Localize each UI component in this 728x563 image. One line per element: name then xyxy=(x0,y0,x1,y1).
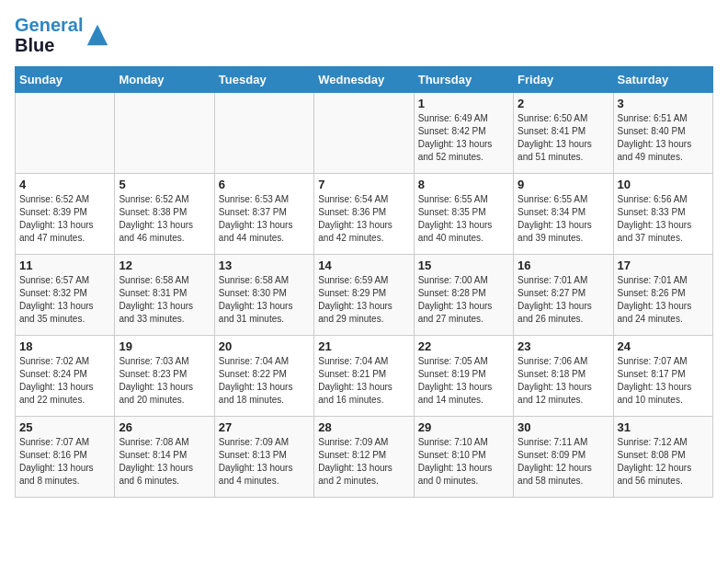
calendar-cell xyxy=(214,93,313,174)
day-info: Sunrise: 7:09 AM Sunset: 8:13 PM Dayligh… xyxy=(219,436,310,488)
day-info: Sunrise: 7:09 AM Sunset: 8:12 PM Dayligh… xyxy=(318,436,409,488)
calendar-week: 4Sunrise: 6:52 AM Sunset: 8:39 PM Daylig… xyxy=(16,174,713,255)
day-number: 2 xyxy=(518,97,609,110)
day-number: 21 xyxy=(318,339,409,353)
calendar-cell: 5Sunrise: 6:52 AM Sunset: 8:38 PM Daylig… xyxy=(115,174,214,255)
day-number: 14 xyxy=(318,259,409,272)
calendar-cell xyxy=(16,93,115,174)
day-number: 7 xyxy=(318,178,409,191)
calendar-cell: 28Sunrise: 7:09 AM Sunset: 8:12 PM Dayli… xyxy=(314,417,414,498)
day-number: 4 xyxy=(19,178,110,191)
day-number: 20 xyxy=(219,339,310,353)
day-info: Sunrise: 6:56 AM Sunset: 8:33 PM Dayligh… xyxy=(618,193,709,245)
calendar-cell: 3Sunrise: 6:51 AM Sunset: 8:40 PM Daylig… xyxy=(613,93,712,174)
calendar-cell: 8Sunrise: 6:55 AM Sunset: 8:35 PM Daylig… xyxy=(414,174,513,255)
day-number: 29 xyxy=(418,420,509,434)
day-info: Sunrise: 7:03 AM Sunset: 8:23 PM Dayligh… xyxy=(119,355,210,407)
header-day: Tuesday xyxy=(214,67,313,93)
day-number: 24 xyxy=(618,339,709,353)
day-number: 17 xyxy=(618,259,709,272)
day-number: 15 xyxy=(418,259,509,272)
calendar-cell: 24Sunrise: 7:07 AM Sunset: 8:17 PM Dayli… xyxy=(613,336,712,417)
header-day: Sunday xyxy=(16,67,115,93)
calendar-table: SundayMondayTuesdayWednesdayThursdayFrid… xyxy=(15,66,713,498)
day-info: Sunrise: 7:07 AM Sunset: 8:17 PM Dayligh… xyxy=(618,355,709,407)
day-info: Sunrise: 6:49 AM Sunset: 8:42 PM Dayligh… xyxy=(418,112,509,164)
day-info: Sunrise: 6:55 AM Sunset: 8:35 PM Dayligh… xyxy=(418,193,509,245)
calendar-cell: 12Sunrise: 6:58 AM Sunset: 8:31 PM Dayli… xyxy=(115,255,214,336)
calendar-cell: 1Sunrise: 6:49 AM Sunset: 8:42 PM Daylig… xyxy=(414,93,513,174)
day-info: Sunrise: 6:51 AM Sunset: 8:40 PM Dayligh… xyxy=(618,112,709,164)
day-number: 11 xyxy=(19,259,110,272)
calendar-body: 1Sunrise: 6:49 AM Sunset: 8:42 PM Daylig… xyxy=(16,93,713,498)
calendar-cell: 6Sunrise: 6:53 AM Sunset: 8:37 PM Daylig… xyxy=(214,174,313,255)
calendar-header: SundayMondayTuesdayWednesdayThursdayFrid… xyxy=(16,67,713,93)
day-number: 6 xyxy=(219,178,310,191)
day-number: 5 xyxy=(119,178,210,191)
day-number: 23 xyxy=(518,339,609,353)
calendar-cell: 14Sunrise: 6:59 AM Sunset: 8:29 PM Dayli… xyxy=(314,255,414,336)
day-info: Sunrise: 7:04 AM Sunset: 8:22 PM Dayligh… xyxy=(219,355,310,407)
calendar-cell: 16Sunrise: 7:01 AM Sunset: 8:27 PM Dayli… xyxy=(514,255,613,336)
day-number: 12 xyxy=(119,259,210,272)
calendar-week: 25Sunrise: 7:07 AM Sunset: 8:16 PM Dayli… xyxy=(16,417,713,498)
header-day: Wednesday xyxy=(314,67,414,93)
calendar-cell: 2Sunrise: 6:50 AM Sunset: 8:41 PM Daylig… xyxy=(514,93,613,174)
calendar-cell: 15Sunrise: 7:00 AM Sunset: 8:28 PM Dayli… xyxy=(414,255,513,336)
calendar-week: 18Sunrise: 7:02 AM Sunset: 8:24 PM Dayli… xyxy=(16,336,713,417)
day-info: Sunrise: 7:11 AM Sunset: 8:09 PM Dayligh… xyxy=(518,436,609,488)
logo-icon xyxy=(85,22,110,48)
day-number: 26 xyxy=(119,420,210,434)
day-number: 10 xyxy=(618,178,709,191)
day-info: Sunrise: 7:06 AM Sunset: 8:18 PM Dayligh… xyxy=(518,355,609,407)
day-info: Sunrise: 6:58 AM Sunset: 8:30 PM Dayligh… xyxy=(219,274,310,326)
day-number: 13 xyxy=(219,259,310,272)
calendar-cell: 31Sunrise: 7:12 AM Sunset: 8:08 PM Dayli… xyxy=(613,417,712,498)
day-number: 27 xyxy=(219,420,310,434)
calendar-cell: 13Sunrise: 6:58 AM Sunset: 8:30 PM Dayli… xyxy=(214,255,313,336)
day-info: Sunrise: 7:08 AM Sunset: 8:14 PM Dayligh… xyxy=(119,436,210,488)
day-info: Sunrise: 6:57 AM Sunset: 8:32 PM Dayligh… xyxy=(19,274,110,326)
day-number: 19 xyxy=(119,339,210,353)
day-info: Sunrise: 6:54 AM Sunset: 8:36 PM Dayligh… xyxy=(318,193,409,245)
day-info: Sunrise: 6:52 AM Sunset: 8:38 PM Dayligh… xyxy=(119,193,210,245)
calendar-cell: 20Sunrise: 7:04 AM Sunset: 8:22 PM Dayli… xyxy=(214,336,313,417)
calendar-cell: 9Sunrise: 6:55 AM Sunset: 8:34 PM Daylig… xyxy=(514,174,613,255)
logo-text: GeneralBlue xyxy=(15,15,83,55)
day-number: 30 xyxy=(518,420,609,434)
day-info: Sunrise: 7:02 AM Sunset: 8:24 PM Dayligh… xyxy=(19,355,110,407)
day-number: 28 xyxy=(318,420,409,434)
day-number: 9 xyxy=(518,178,609,191)
calendar-week: 11Sunrise: 6:57 AM Sunset: 8:32 PM Dayli… xyxy=(16,255,713,336)
calendar-cell: 30Sunrise: 7:11 AM Sunset: 8:09 PM Dayli… xyxy=(514,417,613,498)
calendar-cell xyxy=(314,93,414,174)
page-header: GeneralBlue xyxy=(15,15,713,55)
day-info: Sunrise: 6:55 AM Sunset: 8:34 PM Dayligh… xyxy=(518,193,609,245)
day-number: 31 xyxy=(618,420,709,434)
calendar-cell: 4Sunrise: 6:52 AM Sunset: 8:39 PM Daylig… xyxy=(16,174,115,255)
day-number: 16 xyxy=(518,259,609,272)
day-number: 8 xyxy=(418,178,509,191)
header-day: Friday xyxy=(514,67,613,93)
svg-marker-0 xyxy=(87,25,108,45)
day-info: Sunrise: 6:50 AM Sunset: 8:41 PM Dayligh… xyxy=(518,112,609,164)
calendar-cell: 17Sunrise: 7:01 AM Sunset: 8:26 PM Dayli… xyxy=(613,255,712,336)
calendar-cell: 21Sunrise: 7:04 AM Sunset: 8:21 PM Dayli… xyxy=(314,336,414,417)
day-info: Sunrise: 6:52 AM Sunset: 8:39 PM Dayligh… xyxy=(19,193,110,245)
day-info: Sunrise: 7:04 AM Sunset: 8:21 PM Dayligh… xyxy=(318,355,409,407)
calendar-cell: 27Sunrise: 7:09 AM Sunset: 8:13 PM Dayli… xyxy=(214,417,313,498)
day-number: 1 xyxy=(418,97,509,110)
day-info: Sunrise: 7:00 AM Sunset: 8:28 PM Dayligh… xyxy=(418,274,509,326)
calendar-cell: 10Sunrise: 6:56 AM Sunset: 8:33 PM Dayli… xyxy=(613,174,712,255)
header-row: SundayMondayTuesdayWednesdayThursdayFrid… xyxy=(16,67,713,93)
calendar-cell: 23Sunrise: 7:06 AM Sunset: 8:18 PM Dayli… xyxy=(514,336,613,417)
header-day: Saturday xyxy=(613,67,712,93)
calendar-cell xyxy=(115,93,214,174)
day-info: Sunrise: 7:01 AM Sunset: 8:27 PM Dayligh… xyxy=(518,274,609,326)
day-info: Sunrise: 7:10 AM Sunset: 8:10 PM Dayligh… xyxy=(418,436,509,488)
day-info: Sunrise: 6:58 AM Sunset: 8:31 PM Dayligh… xyxy=(119,274,210,326)
calendar-cell: 18Sunrise: 7:02 AM Sunset: 8:24 PM Dayli… xyxy=(16,336,115,417)
day-info: Sunrise: 7:05 AM Sunset: 8:19 PM Dayligh… xyxy=(418,355,509,407)
calendar-cell: 26Sunrise: 7:08 AM Sunset: 8:14 PM Dayli… xyxy=(115,417,214,498)
calendar-cell: 22Sunrise: 7:05 AM Sunset: 8:19 PM Dayli… xyxy=(414,336,513,417)
